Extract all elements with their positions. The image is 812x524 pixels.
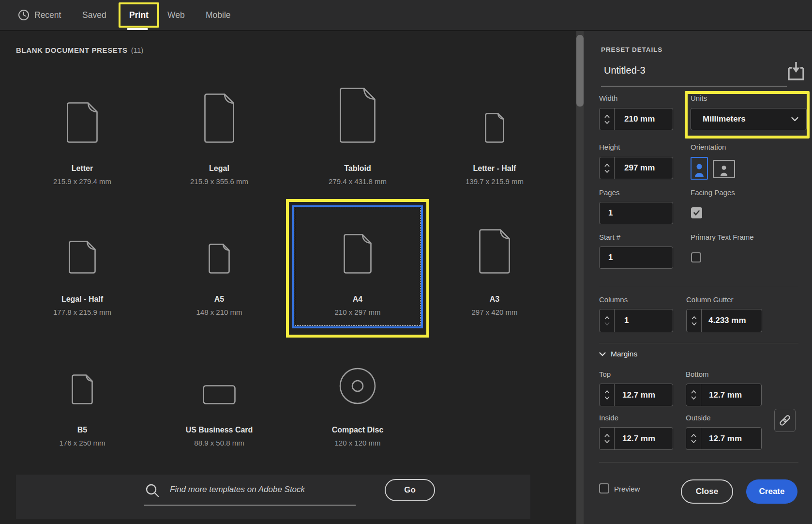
orientation-landscape-button[interactable] (713, 160, 735, 178)
margin-bottom-value[interactable]: 12.7 mm (701, 384, 761, 406)
height-value[interactable]: 297 mm (615, 157, 673, 179)
page-icon (426, 85, 563, 143)
columns-stepper[interactable]: 1 (599, 309, 673, 332)
columns-spin-buttons[interactable] (600, 309, 615, 332)
start-number-label: Start # (599, 233, 620, 241)
height-stepper[interactable]: 297 mm (599, 157, 673, 179)
margin-inside-value[interactable]: 12.7 mm (615, 428, 673, 449)
preset-card-a3[interactable]: A3297 x 420 mm (426, 203, 563, 335)
columns-value[interactable]: 1 (615, 309, 673, 332)
preset-card-tabloid[interactable]: Tabloid279.4 x 431.8 mm (289, 73, 426, 204)
preset-card-b5[interactable]: B5176 x 250 mm (14, 334, 151, 466)
search-icon (145, 483, 160, 498)
blank-presets-count: (11) (131, 46, 144, 54)
width-value[interactable]: 210 mm (615, 108, 673, 130)
page-icon (150, 85, 288, 143)
preview-label: Preview (614, 485, 640, 493)
blank-presets-title: BLANK DOCUMENT PRESETS (16, 46, 128, 54)
pages-input[interactable]: 1 (599, 202, 673, 224)
margin-bottom-stepper[interactable]: 12.7 mm (686, 384, 762, 406)
preset-card-letter[interactable]: Letter215.9 x 279.4 mm (14, 73, 151, 204)
checkmark-icon (693, 210, 700, 216)
go-button[interactable]: Go (385, 479, 435, 501)
preset-card-compact-disc[interactable]: Compact Disc120 x 120 mm (289, 334, 426, 466)
margin-outside-stepper[interactable]: 12.7 mm (686, 427, 762, 450)
link-margins-button[interactable] (774, 409, 796, 432)
preset-name: A3 (426, 295, 563, 304)
margin-outside-value[interactable]: 12.7 mm (701, 428, 761, 449)
top-tab-bar: Recent Saved Print Web Mobile (0, 0, 812, 31)
panel-title: PRESET DETAILS (601, 46, 662, 53)
primary-text-frame-checkbox[interactable] (691, 252, 701, 262)
tab-saved[interactable]: Saved (82, 0, 106, 30)
save-preset-icon[interactable] (787, 61, 805, 81)
column-gutter-label: Column Gutter (686, 295, 734, 304)
margin-top-value[interactable]: 12.7 mm (615, 384, 673, 406)
margin-inside-stepper[interactable]: 12.7 mm (599, 427, 673, 450)
search-input[interactable]: Find more templates on Adobe Stock (170, 475, 305, 505)
width-spin-buttons[interactable] (600, 108, 615, 130)
units-label: Units (691, 94, 707, 102)
chevron-up-icon (691, 434, 696, 437)
preset-card-letter-half[interactable]: Letter - Half139.7 x 215.9 mm (426, 73, 563, 204)
orientation-portrait-button[interactable] (691, 157, 708, 180)
facing-pages-checkbox[interactable] (691, 207, 702, 218)
chevron-down-icon (604, 170, 610, 173)
chevron-down-icon (604, 440, 610, 443)
scrollbar-thumb[interactable] (576, 35, 584, 107)
tab-print[interactable]: Print (119, 0, 159, 30)
height-spin-buttons[interactable] (600, 157, 615, 179)
tab-web[interactable]: Web (167, 0, 185, 30)
chevron-down-icon (599, 352, 606, 356)
preset-card-a5[interactable]: A5148 x 210 mm (150, 203, 288, 335)
chevron-up-icon (692, 316, 697, 320)
start-number-input[interactable]: 1 (599, 247, 673, 269)
preset-details-panel: PRESET DETAILS Untitled-3 Width 210 mm U… (584, 31, 812, 524)
divider (599, 462, 798, 462)
chevron-up-icon (604, 316, 610, 320)
preset-name: Compact Disc (289, 426, 426, 434)
create-button[interactable]: Create (746, 479, 797, 504)
preset-name: B5 (14, 426, 151, 434)
preset-card-us-business-card[interactable]: US Business Card88.9 x 50.8 mm (150, 334, 288, 466)
margin-bottom-spin-buttons[interactable] (686, 384, 701, 406)
column-gutter-value[interactable]: 4.233 mm (702, 309, 762, 332)
tab-mobile[interactable]: Mobile (206, 0, 231, 30)
column-gutter-stepper[interactable]: 4.233 mm (686, 309, 762, 332)
search-input-underline (144, 505, 356, 506)
close-button[interactable]: Close (681, 479, 733, 504)
facing-pages-label: Facing Pages (691, 188, 735, 197)
scrollbar-track[interactable] (576, 31, 584, 524)
primary-text-frame-label: Primary Text Frame (691, 233, 754, 241)
preset-card-legal-half[interactable]: Legal - Half177.8 x 215.9 mm (14, 203, 151, 335)
units-dropdown[interactable]: Millimeters (691, 108, 807, 130)
document-name-input[interactable]: Untitled-3 (604, 65, 646, 76)
margin-top-stepper[interactable]: 12.7 mm (599, 384, 673, 406)
preset-name: Legal (150, 164, 288, 173)
margin-outside-spin-buttons[interactable] (686, 428, 701, 449)
link-icon (779, 414, 791, 427)
page-icon (150, 216, 288, 274)
preview-checkbox[interactable] (599, 483, 609, 493)
width-stepper[interactable]: 210 mm (599, 108, 673, 130)
margins-label: Margins (611, 350, 637, 358)
preset-card-a4[interactable]: A4210 x 297 mm (289, 203, 426, 335)
preset-dimensions: 215.9 x 355.6 mm (150, 177, 288, 185)
preset-dimensions: 120 x 120 mm (289, 439, 426, 447)
portrait-person-icon (694, 163, 705, 177)
business-card-icon (150, 346, 288, 404)
margins-section-toggle[interactable]: Margins (599, 350, 637, 358)
preset-dimensions: 176 x 250 mm (14, 439, 151, 447)
preset-dimensions: 148 x 210 mm (150, 308, 288, 316)
preset-card-legal[interactable]: Legal215.9 x 355.6 mm (150, 73, 288, 204)
page-icon (426, 216, 563, 274)
tab-recent[interactable]: Recent (34, 0, 61, 30)
margin-top-spin-buttons[interactable] (600, 384, 615, 406)
chevron-down-icon (604, 121, 610, 124)
margin-inside-spin-buttons[interactable] (600, 428, 615, 449)
column-gutter-spin-buttons[interactable] (687, 309, 702, 332)
orientation-label: Orientation (691, 143, 726, 151)
chevron-down-icon (692, 322, 697, 325)
preset-name: US Business Card (150, 426, 288, 434)
preset-name: Tabloid (289, 164, 426, 173)
